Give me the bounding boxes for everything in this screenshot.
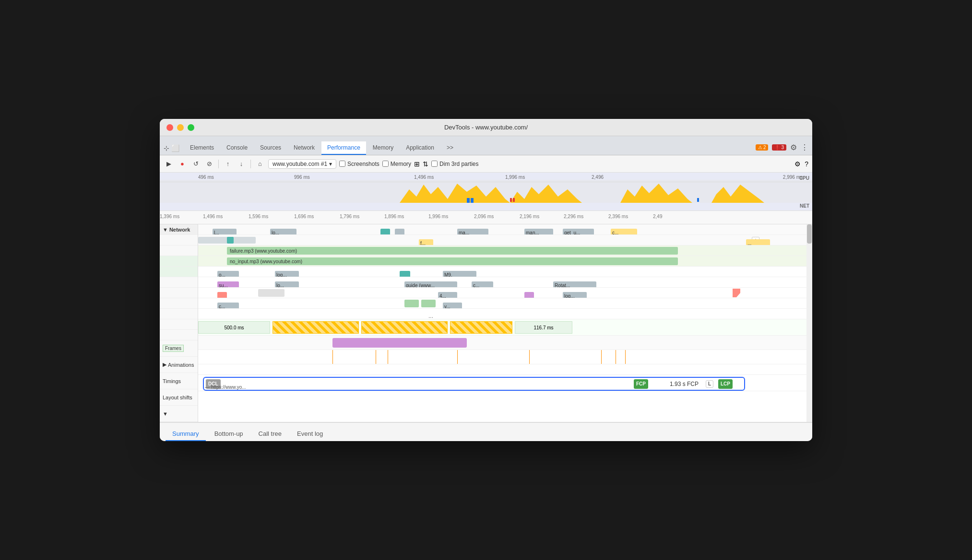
no-input-bar[interactable]: no_input.mp3 (www.youtube.com) [227,257,678,265]
nb-su[interactable]: su... [217,281,239,288]
screenshots-label: Screenshots [347,161,379,167]
lcp-badge: LCP [718,379,733,389]
net-bar-l[interactable]: l... [213,229,237,235]
animations-label-row: ▶ Animations [160,357,198,373]
settings-icon[interactable]: ⚙ [790,143,797,152]
nb-log[interactable]: log... [275,271,299,277]
nb-red[interactable] [217,292,227,298]
memory-label: Memory [391,161,411,167]
toolbar-help-icon[interactable]: ? [805,160,808,168]
net-bar-ma[interactable]: ma... [457,229,488,235]
devtools-tab-bar: ⊹ ⬜ Elements Console Sources Network Per… [160,136,812,155]
no-input-row-label [160,267,198,277]
nb-o[interactable]: o... [217,271,239,277]
timing-line-3 [388,350,388,364]
tick-2096: 2,096 ms [474,214,494,219]
minimize-button[interactable] [177,124,184,131]
nb-purple[interactable] [524,292,534,298]
timings-label-text: Timings [163,378,181,384]
net-bar-c[interactable]: c... [611,229,637,235]
tab-more[interactable]: >> [441,141,459,155]
download-icon[interactable]: ↓ [236,159,247,169]
net-bar-lo[interactable]: lo... [270,229,296,235]
failure-label: failure.mp3 (www.youtube.com) [230,248,297,254]
tab-network[interactable]: Network [288,141,320,155]
close-button[interactable] [166,124,173,131]
tab-memory[interactable]: Memory [367,141,399,155]
nb-log2[interactable]: log... [563,292,587,298]
tab-performance[interactable]: Performance [321,141,366,155]
warnings-badge[interactable]: ⚠2 [756,144,769,151]
tab-event-log[interactable]: Event log [290,427,330,441]
toolbar-right-icons: ⚙ ? [794,160,808,168]
nb-teal2[interactable] [400,271,410,277]
upload-icon[interactable]: ↑ [223,159,233,169]
memory-checkbox[interactable]: Memory [382,161,411,167]
animations-expand-icon[interactable]: ▶ [163,362,166,368]
net-bar-dots[interactable]: ... [746,239,770,245]
nb-guide[interactable]: guide (www... [404,281,457,288]
tab-summary[interactable]: Summary [166,427,206,441]
net-dots: ... [428,313,433,319]
scrollbar-thumb[interactable] [807,224,812,244]
failure-bar[interactable]: failure.mp3 (www.youtube.com) [227,247,678,255]
clear-icon[interactable]: ⊘ [204,159,214,169]
sidebar-toggle-icon[interactable]: ▶ [164,159,174,169]
dim-3rd-checkbox[interactable]: Dim 3rd parties [431,161,478,167]
nb-lo2[interactable]: lo... [275,281,299,288]
tab-application[interactable]: Application [400,141,440,155]
net-bar-man[interactable]: man... [524,229,553,235]
memory-icon[interactable]: ⊞ [414,160,420,168]
nb-rotat[interactable]: Rotat... [553,281,596,288]
screenshots-checkbox[interactable]: Screenshots [339,161,379,167]
net-bar-teal[interactable] [380,229,390,235]
timing-line-2 [376,350,376,364]
time-tick-496: 496 ms [198,175,214,180]
window-title: DevTools - www.youtube.com/ [444,124,528,131]
fcp-value-text: 1.93 s FCP [670,381,699,387]
net-row-7: 4... log... [198,288,812,298]
network-collapse-icon[interactable]: ▼ [163,227,168,233]
toolbar-settings-icon[interactable]: ⚙ [794,160,801,168]
left-labels: ▼ Network Frames ▶ Animat [160,224,198,422]
net-orange[interactable]: f... [419,239,433,245]
errors-badge[interactable]: ❗3 [772,144,786,151]
maximize-button[interactable] [188,124,194,131]
device-icon[interactable]: ⬜ [171,144,179,152]
nb-c3[interactable]: c... [217,303,239,309]
screenshots-check[interactable] [339,161,345,167]
nb-y[interactable]: y... [443,303,462,309]
nb-m9end[interactable] [452,271,476,277]
net-bar-getu[interactable]: get_u... [563,229,594,235]
inspect-icon[interactable]: ⊹ [164,144,169,152]
tab-call-tree[interactable]: Call tree [252,427,288,441]
tab-console[interactable]: Console [221,141,253,155]
network-throttle-icon[interactable]: ⇅ [423,160,428,168]
reload-icon[interactable]: ↺ [190,159,201,169]
more-options-icon[interactable]: ⋮ [801,143,808,152]
timing-line-5 [529,350,530,364]
scrollbar[interactable] [806,224,812,422]
layout-shifts-label-row: Layout shifts [160,389,198,406]
net-label: NET [800,203,809,209]
record-icon[interactable]: ● [177,159,188,169]
net-bar-gray[interactable] [395,229,404,235]
main-collapse-icon[interactable]: ▼ [163,411,168,417]
nb-4[interactable]: 4... [438,292,457,298]
nb-c2[interactable]: c... [472,281,493,288]
chevron-down-icon: ▾ [329,161,332,167]
overview-bar[interactable]: 496 ms 996 ms 1,496 ms 1,996 ms 2,496 2,… [160,173,812,211]
net-cyan-block[interactable] [227,237,234,244]
tab-elements[interactable]: Elements [184,141,220,155]
tick-1896: 1,896 ms [384,214,404,219]
memory-check[interactable] [382,161,389,167]
tab-sources[interactable]: Sources [254,141,287,155]
timeline-content[interactable]: l... lo... ma... man... get_u... c... f.… [198,224,812,422]
tab-bottom-up[interactable]: Bottom-up [208,427,250,441]
tick-1996: 1,996 ms [428,214,448,219]
layout-shifts-label-text: Layout shifts [163,395,192,400]
home-icon[interactable]: ⌂ [255,159,265,169]
url-selector[interactable]: www.youtube.com #1 ▾ [268,159,336,169]
network-row-5 [160,277,198,288]
dim3rd-check[interactable] [431,161,438,167]
